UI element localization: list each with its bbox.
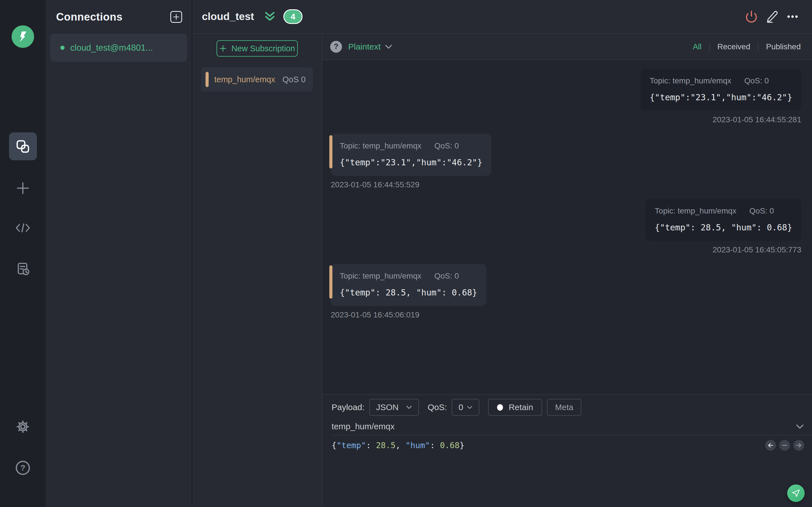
payload-format-select[interactable]: Plaintext [348,42,380,52]
message-timestamp: 2023-01-05 16:44:55:281 [713,115,802,124]
payload-editor[interactable]: {"temp": 28.5, "hum": 0.68} [332,441,464,450]
history-nav [765,440,804,451]
message-received: Topic: temp_hum/emqxQoS: 0{"temp": 28.5,… [331,264,801,320]
subscription-topic: temp_hum/emqx [214,75,283,84]
message-qos: QoS: 0 [744,76,769,86]
chevron-down-icon [385,44,393,49]
message-meta: Topic: temp_hum/emqxQoS: 0 [340,272,477,281]
collapse-connection-button[interactable] [263,10,276,23]
paper-plane-icon [792,489,801,498]
rail-new-connection-button[interactable] [16,181,30,195]
connection-status-dot [60,46,64,50]
message-topic: Topic: temp_hum/emqx [340,272,421,281]
retain-toggle[interactable]: Retain [488,399,542,416]
plus-icon [16,181,30,195]
messages-panel: ? Plaintext All Received Published [322,34,812,507]
plus-icon [173,13,180,20]
message-meta: Topic: temp_hum/emqxQoS: 0 [650,76,792,86]
main-panel: cloud_test 4 [192,0,812,507]
message-published: Topic: temp_hum/emqxQoS: 0{"temp": 28.5,… [331,199,801,255]
qos-value: 0 [458,402,463,412]
add-connection-button[interactable] [170,11,182,23]
app-window: ? Connections cloud_test@m4801... cloud_… [0,0,812,507]
message-payload: {"temp":"23.1","hum":"46.2"} [650,93,792,102]
message-qos: QoS: 0 [749,207,774,216]
topic-input[interactable]: temp_hum/emqx [332,421,395,431]
filter-published[interactable]: Published [766,42,801,51]
main-header: cloud_test 4 [192,0,812,34]
rail-settings-button[interactable] [16,420,30,434]
chevron-down-icon[interactable] [796,424,804,429]
power-icon [745,10,758,23]
payload-format-value: JSON [376,402,399,412]
message-card[interactable]: Topic: temp_hum/emqxQoS: 0{"temp": 28.5,… [331,264,486,306]
meta-label: Meta [555,403,573,412]
payload-label: Payload: [332,402,364,412]
question-icon[interactable]: ? [330,41,342,53]
subscription-item[interactable]: temp_hum/emqx QoS 0 [201,67,313,92]
plus-icon [219,45,227,52]
gear-icon [16,420,30,434]
svg-text:?: ? [20,463,26,472]
message-list[interactable]: Topic: temp_hum/emqxQoS: 0{"temp":"23.1"… [322,60,812,394]
message-count-badge: 4 [283,9,303,24]
history-next-button[interactable] [794,440,804,451]
arrow-right-icon [796,442,802,448]
ellipsis-icon [786,10,799,23]
message-topic: Topic: temp_hum/emqx [340,142,421,151]
send-button[interactable] [787,485,805,502]
filter-divider [709,43,710,51]
connections-panel: Connections cloud_test@m4801... [46,0,192,507]
retain-dot-icon [497,404,503,411]
disconnect-button[interactable] [745,10,758,23]
message-qos: QoS: 0 [434,272,459,281]
qos-dropdown[interactable]: 0 [452,399,479,416]
edit-connection-button[interactable] [766,10,778,23]
rail-log-button[interactable] [16,262,30,276]
message-meta: Topic: temp_hum/emqxQoS: 0 [340,142,483,151]
message-received: Topic: temp_hum/emqxQoS: 0{"temp":"23.1"… [331,134,801,189]
rail-help-button[interactable]: ? [15,460,31,475]
meta-button[interactable]: Meta [547,399,581,416]
message-card[interactable]: Topic: temp_hum/emqxQoS: 0{"temp": 28.5,… [646,199,801,241]
message-card[interactable]: Topic: temp_hum/emqxQoS: 0{"temp":"23.1"… [331,134,492,176]
message-timestamp: 2023-01-05 16:44:55:529 [331,180,419,189]
pencil-icon [766,10,778,23]
message-card[interactable]: Topic: temp_hum/emqxQoS: 0{"temp":"23.1"… [641,69,801,111]
rail-script-button[interactable] [15,222,31,234]
filter-divider [758,43,758,51]
connections-title: Connections [56,11,123,23]
code-icon [15,222,31,234]
filter-all[interactable]: All [693,42,702,51]
message-qos: QoS: 0 [434,142,459,151]
subscription-color-bar [206,72,209,87]
message-timestamp: 2023-01-05 16:45:05:773 [713,245,802,255]
message-timestamp: 2023-01-05 16:45:06:019 [331,311,419,320]
rail-connections-button[interactable] [9,132,37,160]
message-payload: {"temp": 28.5, "hum": 0.68} [340,288,477,297]
connection-item[interactable]: cloud_test@m4801... [50,34,187,62]
qos-label: QoS: [428,402,447,412]
minus-icon [781,442,788,448]
message-topic: Topic: temp_hum/emqx [655,207,736,216]
icon-rail: ? [0,0,46,507]
connection-label: cloud_test@m4801... [70,43,153,53]
log-icon [16,262,30,276]
payload-format-dropdown[interactable]: JSON [369,399,419,416]
publish-bar: Payload: JSON QoS: 0 [322,394,812,507]
chevron-down-icon [406,405,412,409]
chevron-down-icon [467,406,472,409]
more-options-button[interactable] [786,10,799,23]
page-title: cloud_test [202,11,254,22]
message-meta: Topic: temp_hum/emqxQoS: 0 [655,207,792,216]
new-subscription-button[interactable]: New Subscription [216,40,298,57]
filter-received[interactable]: Received [717,42,750,51]
history-clear-button[interactable] [779,440,790,451]
arrow-left-icon [767,442,774,448]
message-payload: {"temp":"23.1","hum":"46.2"} [340,158,483,167]
subscription-qos: QoS 0 [283,75,306,84]
messages-toolbar: ? Plaintext All Received Published [322,34,812,60]
message-topic: Topic: temp_hum/emqx [650,76,731,86]
history-prev-button[interactable] [765,440,776,451]
overlapping-squares-icon [15,139,30,154]
